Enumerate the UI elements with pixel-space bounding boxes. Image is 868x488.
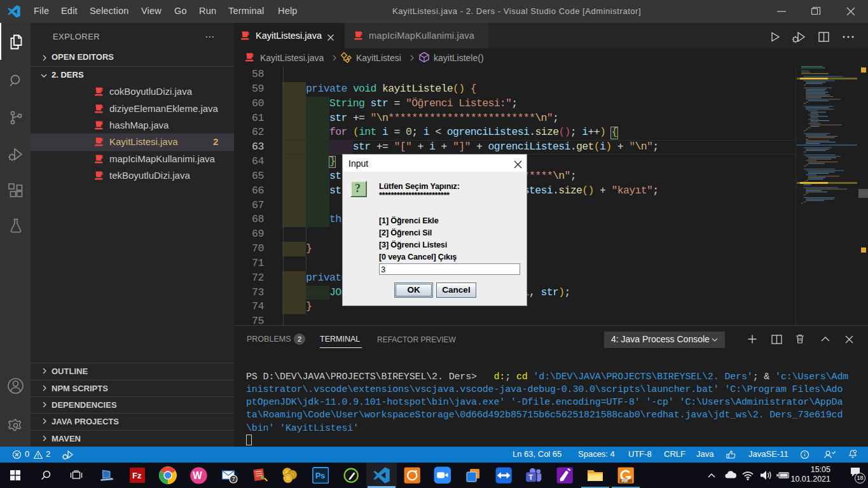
svg-text:W: W	[193, 470, 202, 481]
svg-text:Ps: Ps	[315, 471, 325, 480]
svg-text:T: T	[528, 473, 533, 481]
svg-text:PDF: PDF	[621, 480, 628, 483]
svg-text:7: 7	[232, 476, 235, 482]
svg-text:Fz: Fz	[132, 471, 142, 480]
